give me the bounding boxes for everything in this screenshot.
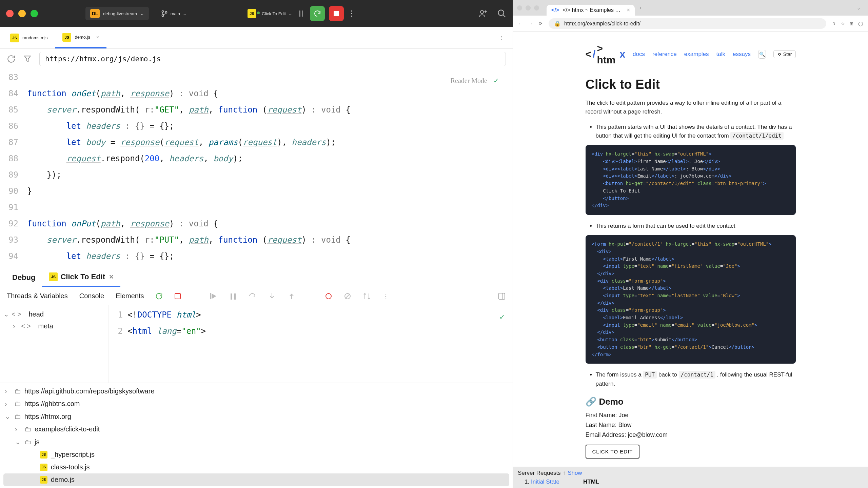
debug-tab-debug[interactable]: Debug bbox=[5, 268, 42, 287]
code-body[interactable]: function onGet(path, response) : void { … bbox=[24, 69, 513, 268]
maximize-icon[interactable] bbox=[534, 5, 539, 11]
step-into-icon[interactable] bbox=[268, 292, 276, 300]
minimize-icon[interactable] bbox=[526, 5, 531, 11]
window-controls bbox=[6, 10, 38, 17]
svg-rect-3 bbox=[299, 11, 300, 17]
profile-icon[interactable]: ◯ bbox=[858, 21, 863, 26]
tab-demo[interactable]: JS demo.js × bbox=[55, 27, 106, 48]
source-root[interactable]: https://htmx.org bbox=[24, 413, 71, 421]
debug-body: ⌄< > head ›< > meta ✓ 1<!DOCTYPE html> 2… bbox=[0, 305, 513, 383]
branch-name: main bbox=[171, 11, 180, 16]
close-icon[interactable]: × bbox=[109, 272, 114, 281]
address-input[interactable]: 🔒 htmx.org/examples/click-to-edit/ bbox=[549, 18, 826, 29]
browser-page[interactable]: </> htmx docs reference examples talk es… bbox=[513, 32, 868, 467]
nav-talk[interactable]: talk bbox=[716, 51, 725, 58]
tree-node-meta[interactable]: meta bbox=[38, 322, 53, 330]
source-folder[interactable]: examples/click-to-edit bbox=[35, 425, 100, 433]
restart-icon[interactable] bbox=[155, 292, 163, 300]
debug-panel: Debug JS Click To Edit × Threads & Varia… bbox=[0, 268, 513, 488]
search-icon[interactable]: 🔍 bbox=[758, 50, 766, 59]
dom-tree[interactable]: ⌄< > head ›< > meta bbox=[0, 305, 108, 383]
source-file[interactable]: demo.js bbox=[51, 476, 75, 484]
run-config[interactable]: JS Click To Edit ⌄ bbox=[248, 9, 292, 18]
new-tab-icon[interactable]: + bbox=[636, 3, 646, 13]
stop-button[interactable] bbox=[329, 6, 344, 21]
project-selector[interactable]: DL debug-livestream ⌄ bbox=[85, 7, 149, 20]
source-url-input[interactable]: https://htmx.org/js/demo.js bbox=[39, 52, 506, 66]
titlebar-right bbox=[478, 9, 507, 18]
pause-icon[interactable] bbox=[229, 292, 237, 300]
subtab-threads[interactable]: Threads & Variables bbox=[7, 292, 68, 300]
layout-icon[interactable] bbox=[498, 292, 506, 300]
stop-icon[interactable] bbox=[174, 293, 181, 300]
subtab-console[interactable]: Console bbox=[79, 292, 104, 300]
close-tab-icon[interactable]: × bbox=[627, 7, 630, 13]
svg-point-6 bbox=[480, 11, 484, 14]
resume-icon[interactable] bbox=[210, 292, 218, 300]
pause-icon[interactable] bbox=[296, 9, 306, 18]
subtab-elements[interactable]: Elements bbox=[116, 292, 144, 300]
code-editor[interactable]: Reader Mode ✓ 838485868788899091929394 f… bbox=[0, 69, 513, 268]
close-tab-icon[interactable]: × bbox=[96, 35, 99, 40]
source-file[interactable]: class-tools.js bbox=[51, 463, 90, 471]
js-icon: JS bbox=[248, 9, 256, 18]
request-initial-state[interactable]: Initial State bbox=[531, 479, 559, 485]
tree-node-head[interactable]: head bbox=[28, 310, 44, 318]
debug-tab-config[interactable]: JS Click To Edit × bbox=[42, 268, 120, 287]
source-root[interactable]: https://ghbtns.com bbox=[24, 400, 80, 408]
elements-source[interactable]: ✓ 1<!DOCTYPE html> 2<html lang="en"> bbox=[108, 305, 513, 383]
search-icon[interactable] bbox=[497, 9, 507, 18]
more-icon[interactable]: ⋮ bbox=[348, 9, 355, 18]
nav-reference[interactable]: reference bbox=[652, 51, 677, 58]
maximize-window-icon[interactable] bbox=[31, 10, 38, 17]
tab-randoms[interactable]: JS randoms.mjs bbox=[3, 27, 55, 48]
nav-examples[interactable]: examples bbox=[684, 51, 709, 58]
htmx-logo[interactable]: </> htmx bbox=[586, 43, 626, 66]
rerun-debug-button[interactable] bbox=[310, 6, 325, 21]
show-link[interactable]: Show bbox=[568, 470, 582, 476]
extensions-icon[interactable]: ⊞ bbox=[850, 21, 853, 26]
git-branch[interactable]: main ⌄ bbox=[161, 10, 186, 17]
reload-icon[interactable]: ⟳ bbox=[539, 21, 542, 26]
svg-point-2 bbox=[165, 12, 167, 13]
line-gutter: 838485868788899091929394 bbox=[0, 69, 24, 268]
favicon: </> bbox=[551, 7, 559, 13]
debug-config-label: Click To Edit bbox=[60, 272, 105, 281]
back-icon[interactable]: ← bbox=[518, 21, 522, 26]
forward-icon[interactable]: → bbox=[528, 21, 533, 26]
click-to-edit-button[interactable]: CLICK TO EDIT bbox=[586, 445, 640, 459]
svg-rect-10 bbox=[231, 293, 232, 300]
sources-tree[interactable]: ›🗀https://api.github.com/repos/bigskysof… bbox=[0, 383, 513, 488]
source-file[interactable]: _hyperscript.js bbox=[51, 451, 95, 459]
github-star-button[interactable]: ⭘ Star bbox=[773, 50, 796, 58]
more-icon[interactable]: ⋮ bbox=[382, 292, 389, 300]
link-icon: 🔗 bbox=[586, 396, 596, 407]
browser-address-bar: ← → ⟳ 🔒 htmx.org/examples/click-to-edit/… bbox=[513, 16, 868, 32]
svg-rect-11 bbox=[234, 293, 236, 300]
minimize-window-icon[interactable] bbox=[18, 10, 26, 17]
refresh-icon[interactable] bbox=[7, 55, 16, 63]
filter-icon[interactable] bbox=[23, 55, 32, 63]
breakpoint-icon[interactable] bbox=[325, 292, 332, 300]
ide-window: DL debug-livestream ⌄ main ⌄ JS Click To… bbox=[0, 0, 513, 488]
chevron-down-icon[interactable]: ⌄ bbox=[857, 5, 864, 11]
nav-essays[interactable]: essays bbox=[733, 51, 751, 58]
nav-docs[interactable]: docs bbox=[633, 51, 645, 58]
close-window-icon[interactable] bbox=[6, 10, 14, 17]
source-root[interactable]: https://api.github.com/repos/bigskysoftw… bbox=[24, 387, 155, 395]
demo-heading: 🔗Demo bbox=[586, 396, 796, 407]
close-icon[interactable] bbox=[517, 5, 522, 11]
browser-actions: ⇪ ☆ ⊞ ◯ bbox=[832, 21, 863, 26]
svg-point-1 bbox=[162, 15, 163, 17]
source-folder[interactable]: js bbox=[35, 438, 39, 446]
step-out-icon[interactable] bbox=[288, 292, 296, 300]
browser-tab[interactable]: </> </> htmx ~ Examples ~ Click t × bbox=[547, 5, 635, 16]
star-icon[interactable]: ☆ bbox=[841, 21, 845, 26]
sort-icon[interactable] bbox=[363, 292, 371, 300]
step-over-icon[interactable] bbox=[248, 292, 256, 300]
svg-point-7 bbox=[498, 10, 504, 16]
share-icon[interactable]: ⇪ bbox=[832, 21, 836, 26]
mute-icon[interactable] bbox=[344, 292, 351, 300]
tabs-overflow-icon[interactable]: ⋮ bbox=[493, 35, 510, 40]
add-user-icon[interactable] bbox=[478, 9, 488, 18]
